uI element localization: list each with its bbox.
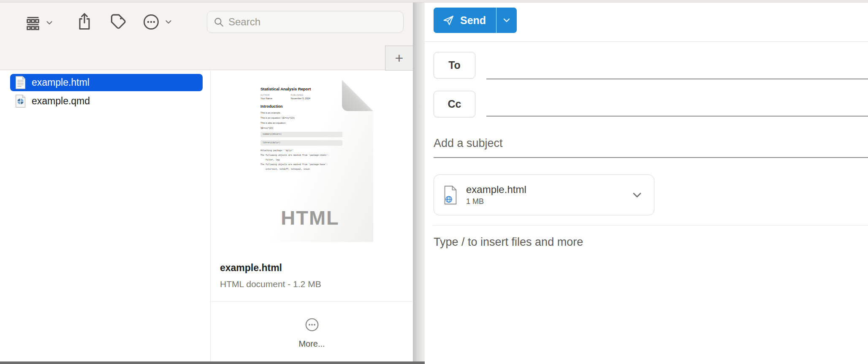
- preview-caption: example.html HTML document - 1.2 MB: [211, 262, 413, 289]
- more-section: More...: [211, 301, 413, 361]
- search-field[interactable]: [207, 11, 404, 33]
- send-options-button[interactable]: [496, 8, 517, 33]
- send-button[interactable]: Send: [434, 8, 496, 33]
- ellipsis-circle-icon: [304, 317, 320, 333]
- view-options-button[interactable]: [24, 14, 54, 31]
- tag-icon: [109, 13, 127, 31]
- quarto-file-icon: [15, 94, 26, 108]
- ellipsis-circle-icon: [142, 13, 160, 31]
- tags-button[interactable]: [109, 13, 127, 31]
- chevron-down-icon[interactable]: [630, 188, 644, 202]
- search-icon: [213, 16, 224, 27]
- preview-file-info: HTML document - 1.2 MB: [220, 279, 413, 289]
- add-button[interactable]: +: [385, 46, 413, 71]
- to-input[interactable]: [486, 79, 868, 79]
- attachment-size: 1 MB: [466, 197, 623, 206]
- body-divider: [433, 225, 868, 225]
- more-button[interactable]: More...: [298, 339, 325, 349]
- file-name: example.qmd: [32, 95, 90, 107]
- preview-file-name: example.html: [220, 262, 413, 274]
- file-picker-window: + example.html: [0, 0, 413, 361]
- cc-label: Cc: [448, 98, 461, 110]
- cc-button[interactable]: Cc: [434, 91, 475, 117]
- chevron-down-icon: [45, 18, 54, 27]
- background-window-edge: [0, 0, 868, 3]
- to-label: To: [448, 59, 461, 71]
- send-split-button: Send: [434, 8, 517, 33]
- send-label: Send: [460, 14, 486, 27]
- share-button[interactable]: [75, 12, 94, 32]
- document-preview-page: Statistical Analysis Report AUTHOR Your …: [253, 80, 373, 242]
- file-row-example-html[interactable]: example.html: [10, 74, 203, 91]
- html-watermark: HTML: [253, 206, 367, 229]
- background-window-bottom: [0, 361, 428, 364]
- window-gap-shadow: [413, 0, 425, 361]
- subject-underline: [434, 157, 868, 158]
- chevron-down-icon: [502, 15, 512, 25]
- file-row-example-qmd[interactable]: example.qmd: [10, 92, 203, 110]
- doc-code-block: library(dplyr): [260, 140, 342, 146]
- doc-author-label: AUTHOR: [260, 94, 272, 96]
- toolbar-divider: [425, 41, 868, 42]
- doc-published-label: PUBLISHED: [291, 94, 310, 96]
- doc-line: \[E=mc^{2}\]: [260, 127, 366, 129]
- doc-line: This is an equation: \(E=mc^{2}\): [260, 117, 366, 119]
- file-thumbnail[interactable]: Statistical Analysis Report AUTHOR Your …: [211, 70, 413, 262]
- file-list: example.html example.qmd: [0, 70, 211, 361]
- doc-code-block: summary(mtcars): [260, 132, 342, 137]
- preview-pane: Statistical Analysis Report AUTHOR Your …: [211, 70, 413, 361]
- email-compose-pane: Send To Cc Add a subject: [425, 3, 868, 364]
- attachment-info: example.html 1 MB: [466, 184, 623, 206]
- finder-toolbar: +: [0, 0, 413, 70]
- page-fold-corner: [342, 80, 373, 111]
- cc-input[interactable]: [486, 116, 868, 117]
- more-actions-button[interactable]: [142, 13, 173, 31]
- screen: + example.html: [0, 0, 868, 364]
- search-input[interactable]: [228, 16, 397, 28]
- attachment-card[interactable]: example.html 1 MB: [434, 174, 654, 215]
- plus-icon: +: [395, 50, 404, 66]
- share-icon: [75, 12, 94, 32]
- document-icon: [15, 76, 26, 90]
- view-grid-icon: [24, 14, 41, 31]
- doc-published: November 5, 2024: [291, 97, 310, 100]
- paper-plane-icon: [442, 14, 455, 27]
- file-name: example.html: [32, 77, 90, 88]
- doc-console-output: Attaching package: 'dplyr' The following…: [260, 149, 366, 172]
- subject-input[interactable]: Add a subject: [434, 137, 503, 150]
- file-browser: example.html example.qmd: [0, 70, 413, 361]
- message-body-input[interactable]: Type / to insert files and more: [434, 236, 583, 249]
- doc-line: This is an example.: [260, 111, 366, 114]
- to-button[interactable]: To: [434, 52, 475, 79]
- doc-author: Your Name: [260, 97, 272, 100]
- attachment-name: example.html: [466, 184, 623, 196]
- doc-line: This is also an equation:: [260, 122, 366, 124]
- html-file-icon: [442, 185, 458, 205]
- chevron-down-icon: [164, 17, 173, 27]
